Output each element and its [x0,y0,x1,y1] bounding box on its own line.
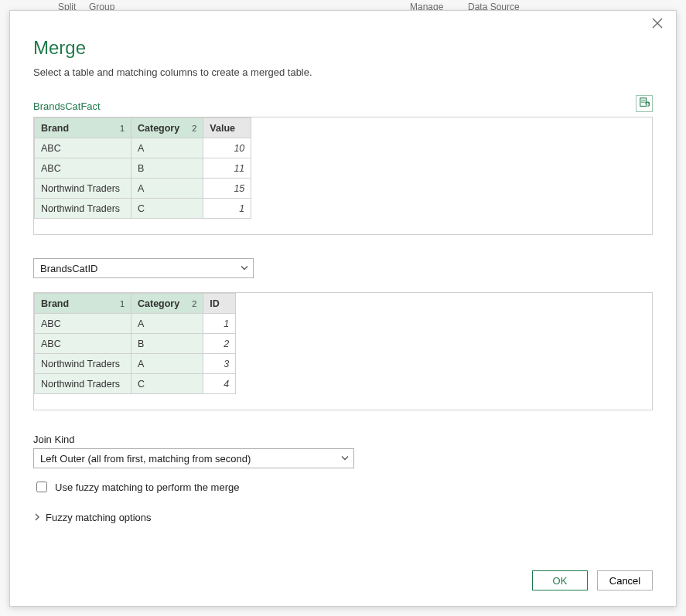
join-order-badge: 1 [120,124,125,133]
dialog-title: Merge [33,37,653,59]
join-kind-select[interactable]: Left Outer (all from first, matching fro… [33,448,354,468]
col-label: Brand [41,298,69,309]
col-header-category[interactable]: Category2 [131,118,203,138]
cell: ABC [35,334,131,354]
fuzzy-options-label: Fuzzy matching options [46,512,152,523]
cancel-button[interactable]: Cancel [597,570,653,590]
cell: 1 [203,199,251,219]
ok-button[interactable]: OK [532,570,588,590]
cell: C [131,199,203,219]
cell: B [131,158,203,179]
col-label: Brand [41,123,69,134]
table-row: Northwind TradersC1 [35,199,251,219]
fuzzy-match-checkbox[interactable] [36,482,47,492]
table-row: ABCA10 [35,138,251,158]
table-row: Northwind TradersA15 [35,179,251,199]
cell: 2 [203,334,236,354]
first-table-preview: Brand1 Category2 Value ABCA10 ABCB11 Nor… [33,117,653,235]
cell: A [131,354,203,374]
join-order-badge: 2 [192,299,196,308]
table-row: Northwind TradersC4 [35,374,236,394]
col-label: ID [210,298,220,309]
cell: A [131,314,203,334]
cell: A [131,179,203,199]
cell: Northwind Traders [35,179,131,199]
col-header-brand[interactable]: Brand1 [35,294,131,314]
table-row: ABCB2 [35,334,236,354]
cell: ABC [35,314,131,334]
chevron-right-icon [33,512,41,523]
join-order-badge: 1 [120,299,125,308]
cell: 3 [203,354,236,374]
join-order-badge: 2 [192,124,196,133]
select-value: Left Outer (all from first, matching fro… [40,453,251,465]
cell: Northwind Traders [35,374,131,394]
col-label: Category [138,298,179,309]
cell: B [131,334,203,354]
refresh-first-table-button[interactable] [636,95,653,112]
join-kind-label: Join Kind [33,434,653,445]
cell: ABC [35,138,131,158]
second-table-preview: Brand1 Category2 ID ABCA1 ABCB2 Northwin… [33,292,653,410]
cell: 1 [203,314,236,334]
chevron-down-icon [341,453,349,465]
col-header-id[interactable]: ID [203,294,236,314]
close-icon [651,20,664,32]
col-header-category[interactable]: Category2 [131,294,203,314]
cell: 4 [203,374,236,394]
cell: Northwind Traders [35,354,131,374]
col-header-brand[interactable]: Brand1 [35,118,131,138]
cell: 10 [203,138,251,158]
chevron-down-icon [241,263,248,274]
fuzzy-options-expander[interactable]: Fuzzy matching options [33,512,653,523]
cell: ABC [35,158,131,179]
dialog-subtitle: Select a table and matching columns to c… [33,66,653,78]
cell: Northwind Traders [35,199,131,219]
refresh-table-icon [639,97,650,111]
merge-dialog: Merge Select a table and matching column… [9,10,677,607]
cell: A [131,138,203,158]
table-row: Northwind TradersA3 [35,354,236,374]
first-table-name: BrandsCatFact [33,100,101,112]
fuzzy-match-label: Use fuzzy matching to perform the merge [55,482,239,493]
col-label: Category [138,123,179,134]
cell: C [131,374,203,394]
table-row: ABCB11 [35,158,251,179]
col-label: Value [210,123,235,134]
col-header-value[interactable]: Value [203,118,251,138]
cell: 15 [203,179,251,199]
second-table-select[interactable]: BrandsCatID [33,258,254,278]
close-button[interactable] [651,17,667,32]
fuzzy-match-checkbox-row[interactable]: Use fuzzy matching to perform the merge [33,479,653,495]
cell: 11 [203,158,251,179]
table-row: ABCA1 [35,314,236,334]
select-value: BrandsCatID [40,263,97,274]
